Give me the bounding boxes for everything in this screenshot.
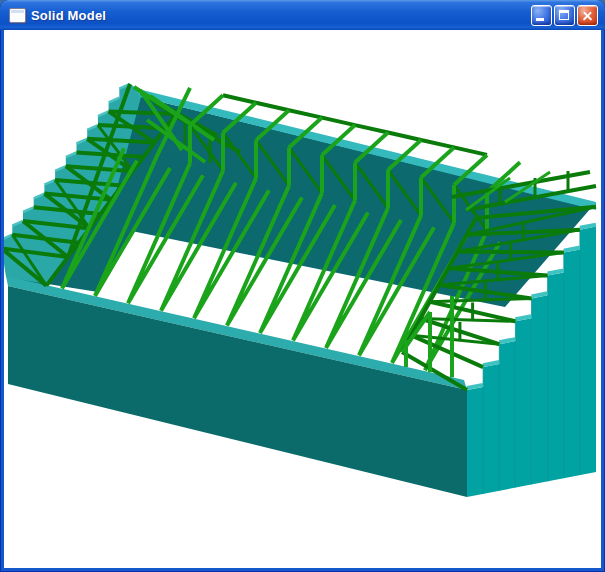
minimize-icon (536, 18, 544, 21)
application-window-icon (9, 8, 26, 23)
solid-model-canvas (4, 30, 601, 568)
close-button[interactable] (577, 5, 598, 26)
model-viewport[interactable] (4, 30, 601, 568)
minimize-button[interactable] (531, 5, 552, 26)
title-bar[interactable]: Solid Model (0, 0, 605, 30)
maximize-icon (559, 10, 569, 20)
app-window: Solid Model (0, 0, 605, 572)
maximize-button[interactable] (554, 5, 575, 26)
window-title: Solid Model (31, 8, 106, 23)
window-controls (531, 5, 598, 26)
front-wall-face (8, 286, 467, 497)
